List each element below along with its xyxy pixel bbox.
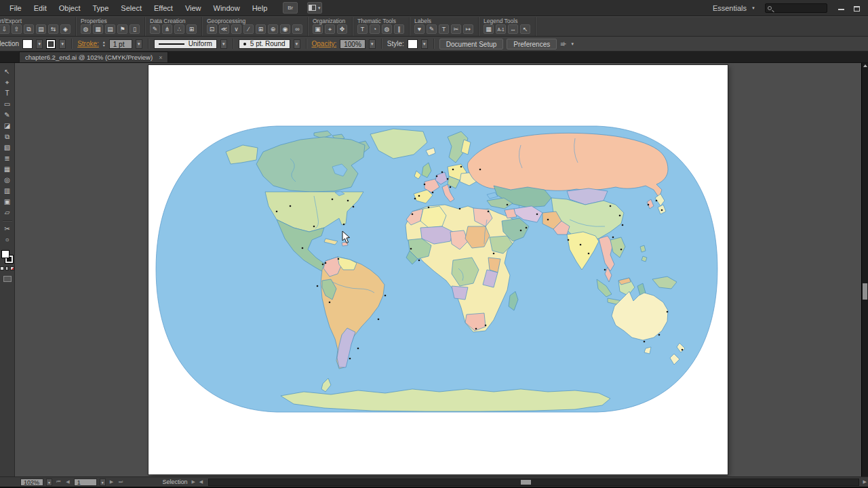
opacity-panel-link[interactable]: Opacity: (312, 40, 337, 47)
artboard-tool[interactable]: ▣ (2, 197, 13, 207)
legend-pointer-icon[interactable]: ↖ (520, 24, 530, 34)
export-document-icon[interactable]: ⇆ (48, 24, 58, 34)
find-places-icon[interactable]: ⌖ (325, 24, 335, 34)
style-dropdown[interactable]: ▼ (421, 39, 428, 49)
simplify-icon[interactable]: ≪ (219, 24, 229, 34)
next-artboard-button[interactable]: ▶ (108, 479, 115, 485)
eraser-tool[interactable]: ◪ (2, 121, 13, 131)
document-tab[interactable]: chapter6.2_end.ai @ 102% (CMYK/Preview) … (19, 52, 168, 62)
menu-file[interactable]: File (3, 0, 28, 16)
world-map[interactable] (155, 125, 719, 413)
menu-effect[interactable]: Effect (148, 0, 179, 16)
document-properties-icon[interactable]: ▯ (130, 24, 140, 34)
bridge-button[interactable]: Br (283, 2, 298, 14)
minimize-button[interactable] (837, 4, 846, 12)
fill-indicator[interactable] (1, 250, 9, 258)
hatch-fill-icon[interactable]: ∥ (394, 24, 404, 34)
print-tiling-tool[interactable]: ▱ (2, 207, 13, 218)
fill-dropdown-button[interactable]: ▼ (36, 39, 43, 49)
rectangle-tool[interactable]: ▭ (2, 99, 13, 109)
zoom-dropdown[interactable]: ▼ (46, 479, 52, 486)
search-box[interactable] (765, 3, 827, 13)
dot-density-icon[interactable]: ◔ (370, 24, 380, 34)
document-setup-button[interactable]: Document Setup (439, 39, 504, 49)
legend-grid-icon[interactable]: ▦ (484, 24, 494, 34)
menu-help[interactable]: Help (246, 0, 274, 16)
gradient-tool[interactable]: ▦ (2, 164, 13, 174)
menu-object[interactable]: Object (53, 0, 87, 16)
dissolve-icon[interactable]: ◉ (280, 24, 290, 34)
create-grid-icon[interactable]: ⊞ (186, 24, 197, 34)
vector-merge-icon[interactable]: ∨ (231, 24, 241, 34)
stroke-color-swatch[interactable] (46, 39, 56, 49)
label-tag-icon[interactable]: ✎ (427, 24, 437, 34)
crop-map-icon[interactable]: ⊞ (256, 24, 266, 34)
arrange-documents-button[interactable]: ▼ (307, 2, 322, 14)
import-icon[interactable]: ⇩ (0, 24, 9, 34)
stroke-panel-link[interactable]: Stroke: (77, 40, 99, 47)
menu-window[interactable]: Window (208, 0, 246, 16)
create-points-icon[interactable]: ∴ (174, 24, 184, 34)
brush-field[interactable]: 5 pt. Round (239, 39, 290, 49)
menu-edit[interactable]: Edit (28, 0, 53, 16)
opacity-field[interactable]: 100% (340, 39, 366, 49)
buffer-icon[interactable]: ⊡ (207, 24, 217, 34)
stylesheet-icon[interactable]: ◍ (382, 24, 392, 34)
line-tool-icon[interactable]: ∕ (243, 24, 254, 34)
free-transform-tool[interactable]: ⧉ (2, 131, 13, 142)
split-line-icon[interactable]: ⋔ (162, 24, 172, 34)
search-input[interactable] (772, 5, 819, 12)
mesh-tool[interactable]: ≣ (2, 153, 13, 163)
color-button[interactable] (0, 266, 4, 270)
simple-import-icon[interactable]: ▤ (36, 24, 46, 34)
stroke-dropdown-button[interactable]: ▼ (59, 39, 66, 49)
gradient-button[interactable] (5, 266, 9, 270)
style-swatch[interactable] (408, 39, 418, 49)
vertical-scrollbar[interactable] (861, 63, 868, 476)
spatial-join-icon[interactable]: ∞ (292, 24, 302, 34)
previous-artboard-button[interactable]: ◀ (64, 479, 71, 485)
scroll-left-icon[interactable]: ◀ (199, 479, 203, 485)
join-areas-icon[interactable]: ⊕ (268, 24, 278, 34)
preferences-button[interactable]: Preferences (507, 39, 557, 49)
close-tab-icon[interactable]: × (159, 54, 162, 61)
vertical-scroll-thumb[interactable] (863, 283, 867, 300)
scale-bar-icon[interactable]: ↔ (508, 24, 518, 34)
stroke-weight-dropdown[interactable]: ▼ (136, 39, 142, 49)
export-icon[interactable]: ⇧ (12, 24, 22, 34)
width-profile-field[interactable]: Uniform (154, 39, 217, 49)
label-features-icon[interactable]: T (439, 24, 449, 34)
stroke-weight-stepper[interactable]: ▲▼ (102, 41, 106, 47)
first-artboard-button[interactable]: ⏮ (55, 479, 62, 485)
knife-tool[interactable]: ✂ (2, 224, 13, 234)
fill-stroke-indicator[interactable] (1, 250, 14, 264)
direct-selection-tool[interactable]: ⌖ (2, 77, 13, 87)
brush-dropdown[interactable]: ▼ (294, 39, 300, 49)
draw-feature-icon[interactable]: ✎ (150, 24, 160, 34)
scale-indicator-icon[interactable]: A-1 (496, 24, 506, 34)
scroll-up-icon[interactable] (863, 64, 867, 67)
map-info-icon[interactable]: ▤ (105, 24, 115, 34)
artboard-number-field[interactable]: 1 (74, 479, 97, 486)
artboard-dropdown[interactable]: ▼ (100, 479, 106, 486)
pencil-tool[interactable]: ✎ (2, 110, 13, 120)
split-label-icon[interactable]: ✂ (451, 24, 461, 34)
horizontal-scroll-thumb[interactable] (521, 480, 531, 485)
blend-tool[interactable]: ◎ (2, 175, 13, 185)
selection-tool[interactable]: ↖ (2, 66, 13, 77)
zoom-tool[interactable]: ○ (2, 235, 13, 245)
type-tool[interactable]: T (2, 88, 13, 98)
screen-mode-button[interactable] (3, 276, 12, 282)
thematic-text-icon[interactable]: T (357, 24, 368, 34)
leader-line-icon[interactable]: ↦ (463, 24, 473, 34)
workspace-switcher[interactable]: Essentials ▼ (713, 4, 755, 12)
status-popup-arrow[interactable]: ▶ (190, 479, 196, 485)
stroke-weight-field[interactable]: 1 pt (109, 39, 132, 49)
fill-color-swatch[interactable] (22, 39, 33, 49)
map-attributes-icon[interactable]: ▦ (93, 24, 103, 34)
scroll-right-icon[interactable]: ▶ (863, 479, 868, 485)
menu-view[interactable]: View (179, 0, 208, 16)
web-author-icon[interactable]: ◈ (60, 24, 71, 34)
map-view-properties-icon[interactable]: ◍ (81, 24, 91, 34)
map-flag-icon[interactable]: ⚑ (117, 24, 127, 34)
